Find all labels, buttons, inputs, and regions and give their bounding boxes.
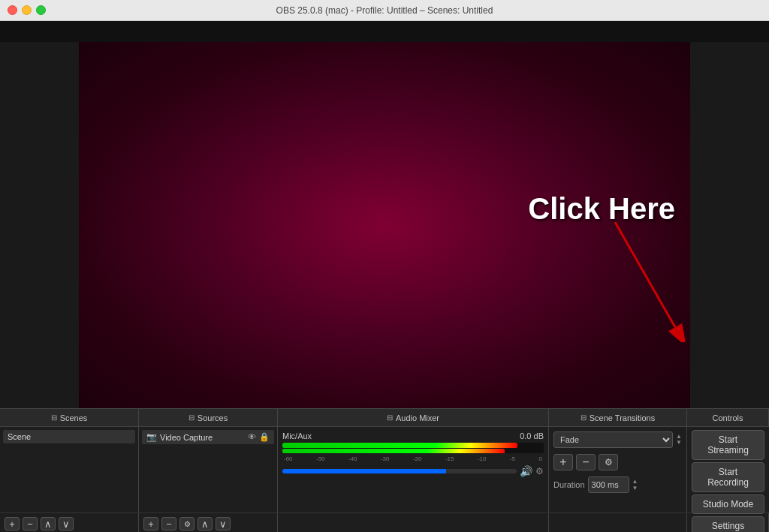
controls-panel: Start Streaming Start Recording Studio M… — [687, 427, 769, 512]
transitions-toolbar — [549, 513, 687, 532]
audio-track-header: Mic/Aux 0.0 dB — [282, 431, 544, 440]
transition-select-row: Fade Cut Swipe ▲ ▼ — [553, 431, 682, 448]
transitions-panel-header: ⊟ Scene Transitions — [549, 409, 687, 426]
transition-add-button[interactable]: + — [553, 454, 573, 470]
source-remove-button[interactable]: − — [161, 517, 176, 530]
duration-label: Duration — [553, 480, 585, 489]
source-lock-icon[interactable]: 🔒 — [259, 432, 270, 442]
preview-area: Click Here — [0, 21, 769, 408]
source-move-up-button[interactable]: ∧ — [198, 517, 213, 530]
annotation-overlay: Click Here — [528, 192, 675, 226]
scene-add-button[interactable]: + — [5, 517, 20, 530]
audio-panel: Mic/Aux 0.0 dB -60 -50 -40 -30 -20 -15 -… — [278, 427, 549, 512]
meter-scale-30: -30 — [381, 455, 390, 462]
audio-volume-slider[interactable] — [282, 469, 517, 473]
sources-panel-header: ⊟ Sources — [139, 409, 278, 426]
scenes-toolbar: + − ∧ ∨ — [0, 513, 139, 532]
sources-toolbar: + − ⚙ ∧ ∨ — [139, 513, 278, 532]
audio-panel-header: ⊟ Audio Mixer — [278, 409, 549, 426]
scenes-panel: Scene — [0, 427, 139, 512]
transition-arrows: ▲ ▼ — [676, 434, 682, 446]
audio-toolbar — [278, 513, 549, 532]
transition-settings-button[interactable]: ⚙ — [599, 454, 618, 470]
sources-header-label: Sources — [198, 413, 228, 422]
controls-toolbar — [687, 513, 769, 532]
panels-bottom: + − ∧ ∨ + − ⚙ ∧ ∨ — [0, 513, 769, 532]
transitions-header-label: Scene Transitions — [590, 413, 655, 422]
transition-buttons: + − ⚙ — [553, 454, 682, 470]
minimize-button[interactable] — [22, 5, 32, 15]
window-controls[interactable] — [8, 5, 46, 15]
scene-remove-button[interactable]: − — [23, 517, 38, 530]
svg-line-1 — [615, 222, 675, 327]
start-recording-button[interactable]: Start Recording — [692, 462, 764, 492]
left-panel — [0, 42, 79, 408]
audio-track-db: 0.0 dB — [520, 431, 544, 440]
meter-scale-5: -5 — [510, 455, 515, 462]
source-settings-button[interactable]: ⚙ — [179, 517, 195, 530]
audio-meter-bar2 — [282, 449, 505, 453]
source-icons: 👁 🔒 — [248, 432, 270, 442]
right-panel — [690, 42, 769, 408]
audio-header-label: Audio Mixer — [396, 413, 439, 422]
scenes-panel-icon: ⊟ — [51, 413, 57, 422]
duration-down-arrow[interactable]: ▼ — [632, 485, 638, 491]
close-button[interactable] — [8, 5, 17, 15]
transitions-panel-icon: ⊟ — [581, 413, 587, 422]
transitions-panel: Fade Cut Swipe ▲ ▼ + − ⚙ Duration ▲ — [549, 427, 687, 512]
scene-move-down-button[interactable]: ∨ — [59, 517, 74, 530]
scenes-panel-header: ⊟ Scenes — [0, 409, 139, 426]
sources-panel-icon: ⊟ — [188, 413, 195, 422]
audio-slider-row: 🔊 ⚙ — [282, 465, 544, 477]
panel-headers: ⊟ Scenes ⊟ Sources ⊟ Audio Mixer ⊟ Scene… — [0, 409, 769, 427]
transition-type-select[interactable]: Fade Cut Swipe — [553, 431, 673, 448]
audio-settings-icon[interactable]: ⚙ — [535, 466, 544, 476]
annotation-text: Click Here — [528, 192, 675, 225]
sources-panel: 📷 Video Capture 👁 🔒 — [139, 427, 278, 512]
audio-track-micaux: Mic/Aux 0.0 dB -60 -50 -40 -30 -20 -15 -… — [282, 431, 544, 477]
meter-scale-40: -40 — [348, 455, 357, 462]
source-item[interactable]: 📷 Video Capture 👁 🔒 — [142, 430, 274, 444]
meter-scale-50: -50 — [316, 455, 325, 462]
meter-scale-20: -20 — [413, 455, 422, 462]
preview-canvas: Click Here — [79, 42, 690, 408]
duration-spinners[interactable]: ▲ ▼ — [632, 478, 638, 491]
duration-row: Duration ▲ ▼ — [553, 476, 682, 493]
speaker-icon[interactable]: 🔊 — [520, 465, 532, 477]
audio-panel-icon: ⊟ — [387, 413, 393, 422]
transition-remove-button[interactable]: − — [576, 454, 596, 470]
controls-panel-header: Controls — [687, 409, 769, 426]
audio-meter — [282, 443, 544, 453]
meter-scale-15: -15 — [445, 455, 454, 462]
scene-item[interactable]: Scene — [3, 430, 135, 443]
meter-scale-0: 0 — [538, 455, 541, 462]
studio-mode-button[interactable]: Studio Mode — [692, 494, 764, 514]
controls-header-label: Controls — [713, 413, 743, 422]
start-streaming-button[interactable]: Start Streaming — [692, 430, 764, 460]
meter-scale-60: -60 — [284, 455, 293, 462]
bottom-panel: ⊟ Scenes ⊟ Sources ⊟ Audio Mixer ⊟ Scene… — [0, 408, 769, 532]
source-camera-icon: 📷 — [146, 432, 157, 442]
source-move-down-button[interactable]: ∨ — [216, 517, 231, 530]
scenes-header-label: Scenes — [60, 413, 88, 422]
titlebar: OBS 25.0.8 (mac) - Profile: Untitled – S… — [0, 0, 769, 21]
scene-move-up-button[interactable]: ∧ — [41, 517, 56, 530]
source-add-button[interactable]: + — [143, 517, 158, 530]
audio-meter-bar — [282, 443, 517, 448]
audio-track-name: Mic/Aux — [282, 431, 312, 440]
transition-down-arrow: ▼ — [676, 440, 682, 446]
source-eye-icon[interactable]: 👁 — [248, 432, 256, 442]
maximize-button[interactable] — [36, 5, 46, 15]
duration-input[interactable] — [588, 476, 629, 493]
panels-content: Scene 📷 Video Capture 👁 🔒 Mic/Aux 0.0 dB — [0, 427, 769, 513]
source-label: Video Capture — [160, 433, 213, 442]
meter-scale-10: -10 — [478, 455, 487, 462]
annotation-arrow — [600, 222, 690, 342]
window-title: OBS 25.0.8 (mac) - Profile: Untitled – S… — [276, 5, 493, 16]
duration-up-arrow[interactable]: ▲ — [632, 478, 638, 485]
